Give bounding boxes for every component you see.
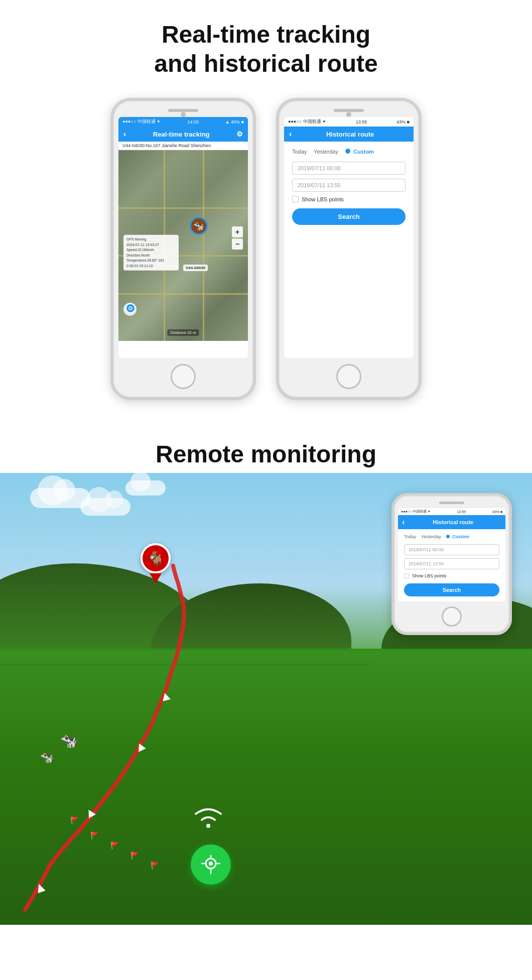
phl-tab-yesterday[interactable]: Yesterday (421, 534, 441, 539)
phl-signal: 43% ■ (492, 510, 502, 514)
popup-line4: Direction:North (126, 253, 176, 258)
popup-line1: GPS Moving (126, 237, 176, 242)
phl-show-lbs-label: Show LBS points (412, 573, 447, 578)
phone2-back-icon[interactable]: ‹ (289, 130, 292, 139)
phone2-carrier: ●●●○○ 中国联通 ✦ (288, 118, 326, 125)
map-animal-marker: 🐄 (190, 217, 208, 235)
phl-hist-content: Today Yesterday Custom 2019/07/11 00:00 … (398, 529, 505, 601)
phone2-app-header: ‹ Historical route (284, 127, 414, 142)
show-lbs-checkbox[interactable] (292, 196, 299, 202)
popup-line5: Temperature:26.80° 201 (126, 258, 176, 264)
tab-yesterday[interactable]: Yesterday (314, 149, 338, 155)
tab-custom[interactable]: Custom (345, 149, 374, 155)
phl-status-bar: ●●●○○ 中国联通 ✦ 13:55 43% ■ (398, 508, 505, 515)
section2-heading: Remote monitoring (0, 420, 532, 473)
phone1-screen: ●●●○○ 中国联通 ✦ 14:03 ▲ 40% ■ ‹ Real-time t… (118, 117, 248, 358)
map-info-popup: GPS Moving 2019-07-11 14:03:27 Speed:22.… (123, 235, 179, 271)
tab-today[interactable]: Today (292, 149, 307, 155)
remote-heading-text: Remote monitoring (10, 440, 522, 468)
phone1-home-button[interactable] (171, 364, 196, 389)
phone-landscape-screen: ●●●○○ 中国联通 ✦ 13:55 43% ■ ‹ Historical ro… (398, 508, 505, 601)
phone2-camera (346, 112, 351, 117)
goat-location-marker: 🐐 (141, 543, 171, 583)
phone-landscape-frame: ●●●○○ 中国联通 ✦ 13:55 43% ■ ‹ Historical ro… (391, 493, 512, 635)
phl-tab-custom[interactable]: Custom (446, 534, 469, 539)
phone2-screen: ●●●○○ 中国联通 ✦ 13:55 43% ■ ‹ Historical ro… (284, 117, 414, 358)
phone1-status-bar: ●●●○○ 中国联通 ✦ 14:03 ▲ 40% ■ (118, 117, 248, 127)
heading-line2: and historical route (154, 50, 377, 77)
map-tag-label: V44-04030 (183, 265, 208, 271)
hist-search-button[interactable]: Search (292, 208, 406, 225)
phl-show-lbs-checkbox[interactable] (404, 573, 409, 578)
popup-line6: 0 06:24 15:11:10 (126, 263, 176, 269)
phone2-time: 13:55 (356, 119, 367, 125)
phl-tab-custom-dot (446, 535, 450, 538)
flag4: 🚩 (130, 851, 139, 860)
phone2-status-bar: ●●●○○ 中国联通 ✦ 13:55 43% ■ (284, 117, 414, 127)
phone1-carrier: ●●●○○ 中国联通 ✦ (122, 118, 161, 125)
phone1-title: Real-time tracking (153, 131, 210, 138)
phl-time: 13:55 (457, 510, 466, 514)
phone1-frame: ●●●○○ 中国联通 ✦ 14:03 ▲ 40% ■ ‹ Real-time t… (110, 98, 256, 400)
tab-custom-dot (345, 149, 350, 154)
hist-checkbox-row: Show LBS points (292, 196, 406, 202)
hist-date-input1[interactable]: 2019/07/11 00:00 (292, 162, 406, 175)
goat-pin-circle: 🐐 (141, 543, 171, 573)
map-distance-label: Distance:10 m (167, 329, 199, 336)
phone1-back-icon[interactable]: ‹ (123, 130, 126, 139)
landscape-background: 🐄 🐄 🚩 🚩 🚩 🚩 🚩 🐐 (0, 473, 532, 925)
phone1-address-bar: V44-04030:No.167 Jianshe Road Shenzhen (118, 142, 248, 150)
map-satellite-bg: GPS Moving 2019-07-11 14:03:27 Speed:22.… (118, 150, 248, 341)
cow-small: 🐄 (40, 751, 54, 764)
map-zoom-controls: + − (232, 226, 243, 250)
phl-back-icon[interactable]: ‹ (402, 518, 405, 527)
phone1-gear-icon[interactable]: ⚙ (236, 130, 243, 138)
hist-date-input2[interactable]: 2019/07/11 13:55 (292, 179, 406, 192)
flag3: 🚩 (110, 841, 119, 849)
phl-tab-today[interactable]: Today (404, 534, 416, 539)
phl-carrier: ●●●○○ 中国联通 ✦ (401, 509, 431, 514)
phone1-signal: ▲ 40% ■ (225, 119, 244, 125)
popup-line3: Speed:22.00km/h (126, 248, 176, 253)
phone2-frame: ●●●○○ 中国联通 ✦ 13:55 43% ■ ‹ Historical ro… (276, 98, 422, 400)
phone2-home-button[interactable] (336, 364, 361, 389)
show-lbs-label: Show LBS points (302, 196, 344, 202)
gps-circle-icon (191, 844, 231, 885)
hist-tabs: Today Yesterday Custom (292, 149, 406, 155)
section1-heading: Real-time tracking and historical route (0, 0, 532, 93)
heading-line1: Real-time tracking (162, 21, 370, 48)
zoom-in-button[interactable]: + (232, 226, 243, 237)
phone1-address: V44-04030:No.167 Jianshe Road Shenzhen (122, 143, 211, 148)
phone2-hist-content: Today Yesterday Custom 2019/07/11 00:00 … (284, 142, 414, 232)
landscape-section: 🐄 🐄 🚩 🚩 🚩 🚩 🚩 🐐 (0, 473, 532, 925)
svg-point-1 (129, 307, 131, 309)
goat-pin-tail (150, 573, 162, 583)
wifi-signal-icon (191, 801, 226, 834)
phone1-camera (181, 112, 186, 117)
phones-row: ●●●○○ 中国联通 ✦ 14:03 ▲ 40% ■ ‹ Real-time t… (0, 93, 532, 420)
svg-point-8 (209, 862, 213, 866)
zoom-out-button[interactable]: − (232, 238, 243, 250)
phone1-app-header: ‹ Real-time tracking ⚙ (118, 127, 248, 142)
phl-title: Historical route (433, 519, 473, 525)
phone1-map: GPS Moving 2019-07-11 14:03:27 Speed:22.… (118, 150, 248, 341)
phone2-signal: 43% ■ (396, 119, 410, 125)
cow-left: 🐄 (60, 732, 78, 749)
phl-date-input1[interactable]: 2019/07/11 00:00 (404, 544, 499, 555)
phl-home-button[interactable] (442, 606, 462, 627)
popup-line2: 2019-07-11 14:03:27 (126, 242, 176, 248)
flag1: 🚩 (70, 816, 79, 824)
phl-date-input2[interactable]: 2019/07/11 13:55 (404, 558, 499, 569)
flag5: 🚩 (151, 862, 159, 870)
phl-checkbox-row: Show LBS points (404, 573, 499, 578)
phone2-title: Historical route (326, 131, 374, 138)
phl-hist-tabs: Today Yesterday Custom (404, 534, 499, 539)
phl-app-header: ‹ Historical route (398, 515, 505, 529)
phl-search-button[interactable]: Search (404, 583, 499, 596)
phone1-time: 14:03 (187, 119, 199, 125)
svg-point-6 (206, 824, 210, 828)
flag2: 🚩 (90, 831, 99, 839)
